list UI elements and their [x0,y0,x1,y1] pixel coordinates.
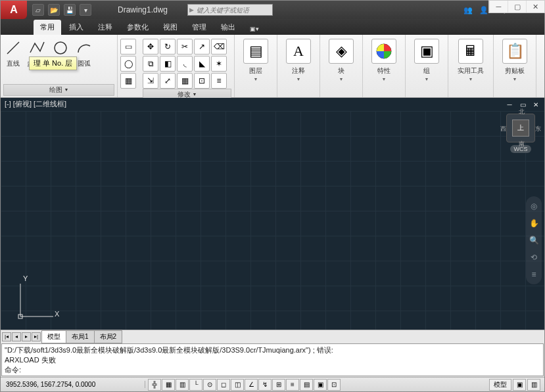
utilities-icon[interactable]: 🖩 [458,39,483,64]
sb-infer-icon[interactable]: ╬ [148,379,161,391]
search-box[interactable]: ▶ [187,4,273,16]
layer-icon[interactable]: ▤ [243,39,268,64]
circle-icon[interactable] [51,39,70,57]
clipboard-dropdown-icon[interactable]: ▼ [513,77,517,81]
user-icon[interactable]: 👤 [479,5,489,15]
viewport-close-icon[interactable]: ✕ [531,100,540,109]
layout-first-icon[interactable]: |◂ [2,332,11,341]
sb-osnap-icon[interactable]: ◻ [217,379,230,391]
tab-common[interactable]: 常用 [34,20,61,35]
tab-output[interactable]: 输出 [214,20,242,35]
draw-expand-icon[interactable]: ▼ [64,85,69,95]
sb-qp-icon[interactable]: ▣ [314,379,327,391]
trim-icon[interactable]: ✂ [177,39,193,54]
sb-otrack-icon[interactable]: ∠ [245,379,258,391]
layer-dropdown-icon[interactable]: ▼ [254,77,258,81]
tab-model[interactable]: 模型 [41,330,66,343]
explode-icon[interactable]: ✶ [211,56,227,72]
nav-orbit-icon[interactable]: ⟲ [528,251,540,263]
arc-icon[interactable] [74,39,94,57]
tab-manage[interactable]: 管理 [185,20,213,35]
rectangle-icon[interactable]: ▭ [120,39,136,54]
sb-tpy-icon[interactable]: ▤ [300,379,313,391]
ribbon-panel-clipboard[interactable]: 📋 剪贴板 ▼ [494,35,536,97]
save-icon[interactable]: 💾 [64,4,76,16]
scale-icon[interactable]: ⤢ [160,73,176,89]
ribbon-panel-utilities[interactable]: 🖩 实用工具 ▼ [448,35,494,97]
sb-3dosnap-icon[interactable]: ◫ [231,379,244,391]
group-dropdown-icon[interactable]: ▼ [425,77,429,81]
tab-layout1[interactable]: 布局1 [66,330,95,343]
viewport-label[interactable]: [-] [俯视] [二维线框] [5,99,505,110]
sb-grid-icon[interactable]: ▥ [176,379,189,391]
offset-icon[interactable]: ⊡ [194,73,210,89]
group-icon[interactable]: ▣ [414,39,439,64]
ribbon-panel-layer[interactable]: ▤ 图层 ▼ [235,35,277,97]
tab-annotate[interactable]: 注释 [91,20,119,35]
viewport-minimize-icon[interactable]: ─ [505,100,514,109]
array-icon[interactable]: ▦ [177,73,193,89]
layout-next-icon[interactable]: ▸ [22,332,31,341]
properties-icon[interactable] [371,39,396,64]
ellipse-icon[interactable]: ◯ [120,56,136,72]
maximize-button[interactable]: ▢ [508,1,526,12]
erase-icon[interactable]: ⌫ [211,39,227,54]
line-icon[interactable] [3,39,23,57]
ribbon-panel-properties[interactable]: 特性 ▼ [363,35,406,97]
command-line[interactable]: "D:/下载/soft1/3d3s9.0最新全模块破解版/3d3s9.0最新全模… [1,343,544,376]
polyline-icon[interactable] [27,39,47,57]
new-icon[interactable]: ▱ [32,4,44,16]
layout-last-icon[interactable]: ▸| [32,332,41,341]
fillet-icon[interactable]: ◟ [177,56,193,72]
sb-dyn-icon[interactable]: ⊞ [272,379,285,391]
tab-layout2[interactable]: 布局2 [94,330,123,343]
rotate-icon[interactable]: ↻ [160,39,176,54]
drawing-area[interactable]: [-] [俯视] [二维线框] ─ ▭ ✕ 上 北 南 东 西 WCS ◎ ✋ … [1,98,544,330]
search-input[interactable] [194,7,272,14]
move-icon[interactable]: ✥ [143,39,158,54]
utilities-dropdown-icon[interactable]: ▼ [469,77,473,81]
sb-polar-icon[interactable]: ⊙ [203,379,216,391]
app-logo[interactable]: A [1,1,27,19]
extend-icon[interactable]: ↗ [194,39,210,54]
sb-lwt-icon[interactable]: ≡ [286,379,299,391]
layout-prev-icon[interactable]: ◂ [12,332,21,341]
close-button[interactable]: ✕ [526,1,544,12]
viewcube[interactable]: 上 北 南 东 西 [506,114,535,142]
chamfer-icon[interactable]: ◣ [194,56,210,72]
qat-more-icon[interactable]: ▾ [80,4,91,16]
nav-showmotion-icon[interactable]: ≡ [528,269,540,280]
ribbon-panel-annotate[interactable]: A 注释 ▼ [277,35,320,97]
ribbon-panel-group[interactable]: ▣ 组 ▼ [406,35,448,97]
tab-parametric[interactable]: 参数化 [120,20,155,35]
sb-quickview2-icon[interactable]: ▥ [527,379,540,391]
minimize-button[interactable]: ─ [489,1,508,12]
sb-snap-icon[interactable]: ▦ [162,379,175,391]
nav-wheel-icon[interactable]: ◎ [528,200,540,212]
tab-view[interactable]: 视图 [156,20,184,35]
sb-ducs-icon[interactable]: ↯ [258,379,272,391]
annotate-dropdown-icon[interactable]: ▼ [296,77,301,81]
infocenter-icon[interactable]: 👥 [463,5,473,15]
annotate-icon[interactable]: A [286,39,311,64]
ribbon-panel-block[interactable]: ◈ 块 ▼ [320,35,363,97]
tab-insert[interactable]: 插入 [62,20,90,35]
stretch-icon[interactable]: ⇲ [143,73,158,89]
clipboard-icon[interactable]: 📋 [502,39,527,64]
hatch-icon[interactable]: ▦ [120,73,136,89]
tab-extra-icon[interactable]: ▣▾ [243,23,266,35]
nav-zoom-icon[interactable]: 🔍 [528,234,540,246]
open-icon[interactable]: 📂 [48,4,60,16]
copy-icon[interactable]: ⧉ [143,56,158,72]
sb-quickview-icon[interactable]: ▣ [513,379,526,391]
block-dropdown-icon[interactable]: ▼ [339,77,344,81]
viewcube-top[interactable]: 上 [512,120,529,137]
sb-sc-icon[interactable]: ⊡ [327,379,341,391]
status-model-label[interactable]: 模型 [489,379,511,391]
mirror-icon[interactable]: ◧ [160,56,176,72]
nav-pan-icon[interactable]: ✋ [528,217,540,229]
block-icon[interactable]: ◈ [329,39,354,64]
properties-dropdown-icon[interactable]: ▼ [382,77,387,81]
sb-ortho-icon[interactable]: └ [189,379,202,391]
align-icon[interactable]: ≡ [211,73,227,89]
